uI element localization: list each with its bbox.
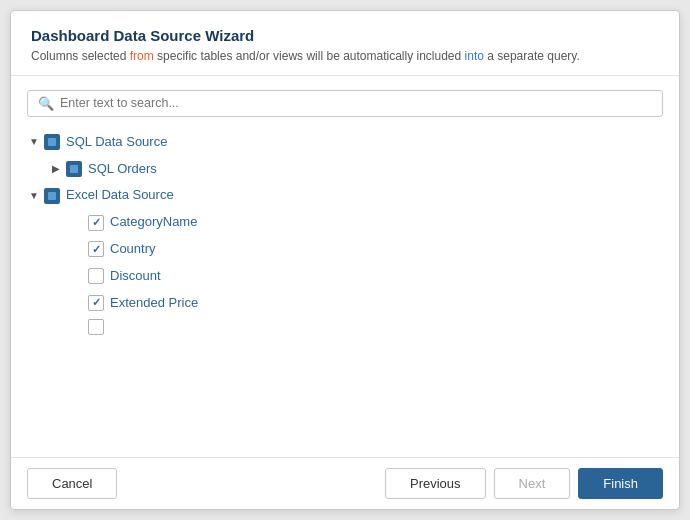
discount-checkbox[interactable] [88,268,104,284]
previous-button[interactable]: Previous [385,468,486,499]
search-input[interactable] [60,96,652,110]
sql-data-source-icon [44,134,60,150]
sql-orders-label: SQL Orders [88,159,157,180]
wizard-body: 🔍 SQL Data Source SQL Orders Excel Data … [11,76,679,457]
excel-data-source-label: Excel Data Source [66,185,174,206]
wizard-footer: Cancel Previous Next Finish [11,457,679,509]
country-checkbox[interactable] [88,241,104,257]
category-name-checkbox[interactable] [88,215,104,231]
finish-button[interactable]: Finish [578,468,663,499]
wizard-header: Dashboard Data Source Wizard Columns sel… [11,11,679,76]
wizard-subtitle: Columns selected from specific tables an… [31,48,659,65]
extended-price-checkbox[interactable] [88,295,104,311]
next-button[interactable]: Next [494,468,571,499]
excel-data-source-toggle[interactable] [27,189,41,203]
subtitle-text-between: specific tables and/or views will be aut… [154,49,465,63]
tree-node-country: Country [27,236,663,263]
category-name-label: CategoryName [110,212,197,233]
sql-orders-icon [66,161,82,177]
subtitle-text-after: a separate query. [484,49,580,63]
tree-area: SQL Data Source SQL Orders Excel Data So… [27,129,663,443]
more-checkbox[interactable] [88,319,104,335]
extended-price-label: Extended Price [110,293,198,314]
tree-node-extended-price: Extended Price [27,290,663,317]
tree-node-more [27,316,663,338]
cancel-button[interactable]: Cancel [27,468,117,499]
excel-data-source-icon [44,188,60,204]
sql-orders-toggle[interactable] [49,162,63,176]
wizard-container: Dashboard Data Source Wizard Columns sel… [10,10,680,510]
subtitle-from: from [130,49,154,63]
tree-node-discount: Discount [27,263,663,290]
wizard-title: Dashboard Data Source Wizard [31,27,659,44]
sql-data-source-label: SQL Data Source [66,132,167,153]
subtitle-text-before: Columns selected [31,49,130,63]
footer-right: Previous Next Finish [385,468,663,499]
country-label: Country [110,239,156,260]
sql-data-source-toggle[interactable] [27,135,41,149]
search-icon: 🔍 [38,96,54,111]
tree-node-sql-orders: SQL Orders [27,156,663,183]
tree-node-category-name: CategoryName [27,209,663,236]
footer-left: Cancel [27,468,117,499]
subtitle-into: into [465,49,484,63]
tree-node-excel-data-source: Excel Data Source [27,182,663,209]
search-box: 🔍 [27,90,663,117]
tree-node-sql-data-source: SQL Data Source [27,129,663,156]
discount-label: Discount [110,266,161,287]
